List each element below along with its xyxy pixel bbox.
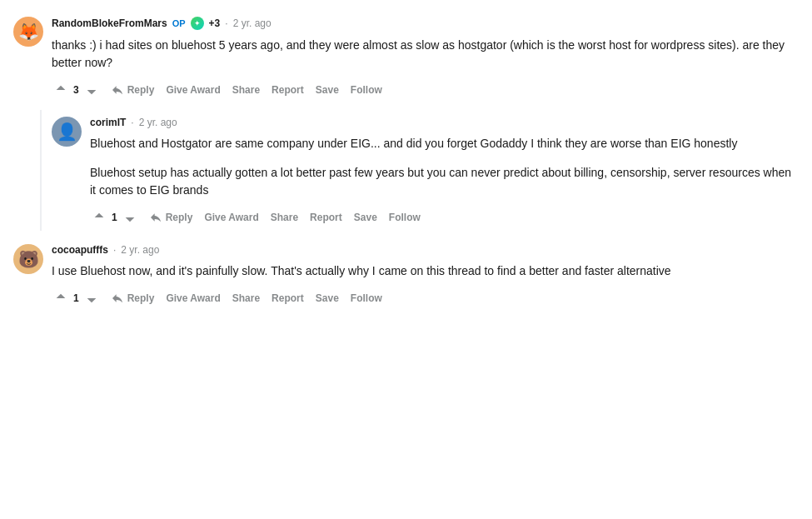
comment-header: corimIT·2 yr. ago <box>90 117 799 128</box>
comment-actions: 3ReplyGive AwardShareReportSaveFollow <box>52 80 799 100</box>
op-badge: OP <box>172 18 186 28</box>
downvote-button[interactable] <box>82 290 101 307</box>
vote-count: 1 <box>73 292 79 304</box>
separator-dot: · <box>113 244 116 256</box>
username[interactable]: corimIT <box>90 117 126 128</box>
reply-button[interactable]: Reply <box>144 207 198 227</box>
comment-actions: 1ReplyGive AwardShareReportSaveFollow <box>90 207 799 227</box>
give-award-button[interactable]: Give Award <box>161 81 225 99</box>
comment-header: RandomBlokeFromMarsOP+3·2 yr. ago <box>52 17 799 30</box>
timestamp: 2 yr. ago <box>233 17 271 29</box>
comment-text: thanks :) i had sites on bluehost 5 year… <box>52 37 799 72</box>
report-button[interactable]: Report <box>267 81 309 99</box>
follow-button[interactable]: Follow <box>384 208 426 227</box>
save-button[interactable]: Save <box>311 81 344 99</box>
vote-count: 1 <box>112 212 117 223</box>
vote-count: 3 <box>73 84 79 96</box>
vote-area: 3 <box>52 82 101 98</box>
comment-item: 👤corimIT·2 yr. agoBluehost and Hostgator… <box>40 110 799 231</box>
upvote-button[interactable] <box>52 82 70 98</box>
comment-header: cocoapufffs·2 yr. ago <box>52 244 799 256</box>
comment-body: corimIT·2 yr. agoBluehost and Hostgator … <box>90 117 799 227</box>
give-award-button[interactable]: Give Award <box>199 208 263 227</box>
share-button[interactable]: Share <box>266 208 303 227</box>
follow-button[interactable]: Follow <box>346 81 387 99</box>
report-button[interactable]: Report <box>267 289 309 307</box>
avatar: 👤 <box>52 117 82 147</box>
vote-area: 1 <box>90 209 139 226</box>
comment-text: I use Bluehost now, and it's painfully s… <box>52 262 799 280</box>
username[interactable]: cocoapufffs <box>52 244 108 256</box>
downvote-button[interactable] <box>121 209 139 226</box>
timestamp: 2 yr. ago <box>139 117 177 128</box>
comment-body: cocoapufffs·2 yr. agoI use Bluehost now,… <box>52 244 799 308</box>
comment-body: RandomBlokeFromMarsOP+3·2 yr. agothanks … <box>52 17 799 100</box>
upvote-button[interactable] <box>90 209 108 226</box>
comment-actions: 1ReplyGive AwardShareReportSaveFollow <box>52 288 799 308</box>
comment-item: 🐻cocoapufffs·2 yr. agoI use Bluehost now… <box>13 237 799 312</box>
avatar: 🐻 <box>13 244 43 274</box>
upvote-button[interactable] <box>52 290 70 307</box>
separator-dot: · <box>131 117 133 128</box>
give-award-button[interactable]: Give Award <box>161 289 225 307</box>
share-button[interactable]: Share <box>227 289 265 307</box>
reply-button[interactable]: Reply <box>106 288 160 308</box>
mod-icon <box>191 17 204 30</box>
username[interactable]: RandomBlokeFromMars <box>52 17 167 29</box>
score: +3 <box>209 17 221 29</box>
comment-item: 🦊RandomBlokeFromMarsOP+3·2 yr. agothanks… <box>13 10 799 103</box>
follow-button[interactable]: Follow <box>346 289 387 307</box>
comment-text: Bluehost setup has actually gotten a lot… <box>90 164 799 199</box>
share-button[interactable]: Share <box>227 81 265 99</box>
comment-thread: 🦊RandomBlokeFromMarsOP+3·2 yr. agothanks… <box>13 10 799 312</box>
report-button[interactable]: Report <box>305 208 347 227</box>
avatar: 🦊 <box>13 17 43 47</box>
vote-area: 1 <box>52 290 101 307</box>
comment-text: Bluehost and Hostgator are same company … <box>90 135 799 152</box>
save-button[interactable]: Save <box>311 289 344 307</box>
save-button[interactable]: Save <box>349 208 382 227</box>
downvote-button[interactable] <box>82 82 101 98</box>
timestamp: 2 yr. ago <box>121 244 159 256</box>
separator-dot: · <box>225 17 227 29</box>
reply-button[interactable]: Reply <box>106 80 160 100</box>
